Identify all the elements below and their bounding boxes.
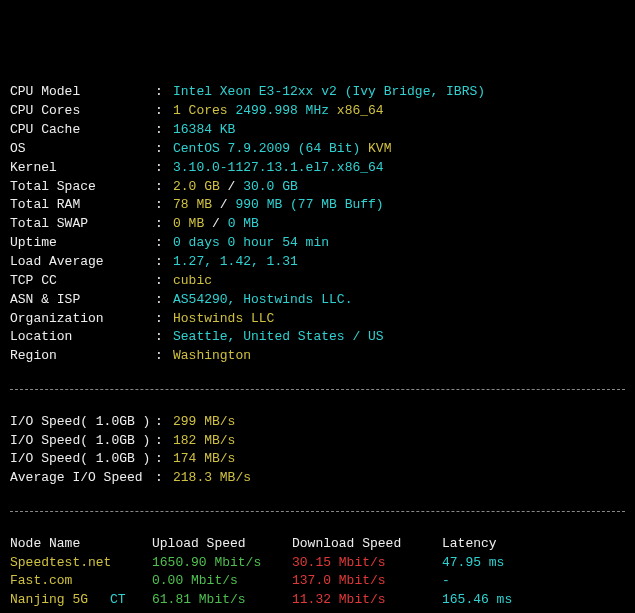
info-label: Load Average — [10, 253, 155, 272]
info-label: CPU Model — [10, 83, 155, 102]
info-row: Total RAM: 78 MB / 990 MB (77 MB Buff) — [10, 196, 625, 215]
colon: : — [155, 469, 173, 488]
info-row: OS: CentOS 7.9.2009 (64 Bit) KVM — [10, 140, 625, 159]
header-download: Download Speed — [292, 535, 442, 554]
info-label: OS — [10, 140, 155, 159]
io-value: 299 MB/s — [173, 414, 235, 429]
io-label: I/O Speed( 1.0GB ) — [10, 432, 155, 451]
info-label: CPU Cores — [10, 102, 155, 121]
info-value: Seattle, United States / US — [173, 329, 384, 344]
colon: : — [155, 450, 173, 469]
download-speed: 30.15 Mbit/s — [292, 554, 442, 573]
info-value-part: / — [220, 179, 243, 194]
colon: : — [155, 234, 173, 253]
io-row: I/O Speed( 1.0GB ): 182 MB/s — [10, 432, 625, 451]
info-value-part: / — [212, 197, 235, 212]
info-value: 3.10.0-1127.13.1.el7.x86_64 — [173, 160, 384, 175]
info-value-part: 990 MB — [235, 197, 282, 212]
download-speed: 11.32 Mbit/s — [292, 591, 442, 610]
upload-speed: 0.00 Mbit/s — [152, 572, 292, 591]
info-label: Total RAM — [10, 196, 155, 215]
io-row: I/O Speed( 1.0GB ): 299 MB/s — [10, 413, 625, 432]
colon: : — [155, 140, 173, 159]
io-row: I/O Speed( 1.0GB ): 174 MB/s — [10, 450, 625, 469]
io-label: I/O Speed( 1.0GB ) — [10, 450, 155, 469]
io-label: Average I/O Speed — [10, 469, 155, 488]
io-label: I/O Speed( 1.0GB ) — [10, 413, 155, 432]
info-row: Uptime: 0 days 0 hour 54 min — [10, 234, 625, 253]
info-value: cubic — [173, 273, 212, 288]
speedtest-row: Speedtest.net1650.90 Mbit/s30.15 Mbit/s4… — [10, 554, 625, 573]
info-value-part: 78 MB — [173, 197, 212, 212]
info-value-part: KVM — [360, 141, 391, 156]
colon: : — [155, 413, 173, 432]
info-label: ASN & ISP — [10, 291, 155, 310]
colon: : — [155, 83, 173, 102]
node-name: Fast.com — [10, 572, 110, 591]
io-value: 182 MB/s — [173, 433, 235, 448]
info-value-part: / — [204, 216, 227, 231]
info-value: Hostwinds LLC — [173, 311, 274, 326]
info-value-part: 2.0 GB — [173, 179, 220, 194]
colon: : — [155, 178, 173, 197]
latency: 47.95 ms — [442, 554, 504, 573]
colon: : — [155, 272, 173, 291]
divider — [10, 511, 625, 512]
info-value: Intel Xeon E3-12xx v2 (Ivy Bridge, IBRS) — [173, 84, 485, 99]
info-row: ASN & ISP: AS54290, Hostwinds LLC. — [10, 291, 625, 310]
info-value-part: (77 MB Buff) — [282, 197, 383, 212]
latency: 165.46 ms — [442, 591, 512, 610]
info-row: Location: Seattle, United States / US — [10, 328, 625, 347]
latency: - — [442, 572, 450, 591]
info-label: Uptime — [10, 234, 155, 253]
colon: : — [155, 121, 173, 140]
node-name: Speedtest.net — [10, 554, 110, 573]
speedtest-row: Fast.com0.00 Mbit/s137.0 Mbit/s- — [10, 572, 625, 591]
info-value-part: CentOS 7.9.2009 (64 Bit) — [173, 141, 360, 156]
speedtest-row: Nanjing 5GCT61.81 Mbit/s11.32 Mbit/s165.… — [10, 591, 625, 610]
info-value: 16384 KB — [173, 122, 235, 137]
download-speed: 137.0 Mbit/s — [292, 572, 442, 591]
colon: : — [155, 291, 173, 310]
info-row: Kernel: 3.10.0-1127.13.1.el7.x86_64 — [10, 159, 625, 178]
divider — [10, 389, 625, 390]
info-label: Location — [10, 328, 155, 347]
info-label: CPU Cache — [10, 121, 155, 140]
info-value-part: 2499.998 MHz — [228, 103, 337, 118]
info-label: Region — [10, 347, 155, 366]
info-value-part: 30.0 GB — [243, 179, 298, 194]
info-label: Kernel — [10, 159, 155, 178]
info-row: Load Average: 1.27, 1.42, 1.31 — [10, 253, 625, 272]
info-value: AS54290, Hostwinds LLC. — [173, 292, 352, 307]
info-row: TCP CC: cubic — [10, 272, 625, 291]
info-value: Washington — [173, 348, 251, 363]
info-row: Total Space: 2.0 GB / 30.0 GB — [10, 178, 625, 197]
io-row: Average I/O Speed: 218.3 MB/s — [10, 469, 625, 488]
header-latency: Latency — [442, 535, 497, 554]
info-label: Organization — [10, 310, 155, 329]
io-value: 218.3 MB/s — [173, 470, 251, 485]
info-value-part: 1 Cores — [173, 103, 228, 118]
info-value: 0 days 0 hour 54 min — [173, 235, 329, 250]
colon: : — [155, 432, 173, 451]
colon: : — [155, 347, 173, 366]
info-value-part: x86_64 — [337, 103, 384, 118]
header-upload: Upload Speed — [152, 535, 292, 554]
node-tag: CT — [110, 591, 152, 610]
info-row: Region: Washington — [10, 347, 625, 366]
colon: : — [155, 310, 173, 329]
upload-speed: 61.81 Mbit/s — [152, 591, 292, 610]
info-label: Total Space — [10, 178, 155, 197]
colon: : — [155, 159, 173, 178]
info-value-part: 0 MB — [173, 216, 204, 231]
upload-speed: 1650.90 Mbit/s — [152, 554, 292, 573]
info-value-part: 0 MB — [228, 216, 259, 231]
io-speed-section: I/O Speed( 1.0GB ): 299 MB/sI/O Speed( 1… — [10, 413, 625, 488]
info-row: CPU Cores: 1 Cores 2499.998 MHz x86_64 — [10, 102, 625, 121]
info-row: CPU Cache: 16384 KB — [10, 121, 625, 140]
colon: : — [155, 253, 173, 272]
colon: : — [155, 215, 173, 234]
info-row: Organization: Hostwinds LLC — [10, 310, 625, 329]
info-value: 1.27, 1.42, 1.31 — [173, 254, 298, 269]
info-row: CPU Model: Intel Xeon E3-12xx v2 (Ivy Br… — [10, 83, 625, 102]
